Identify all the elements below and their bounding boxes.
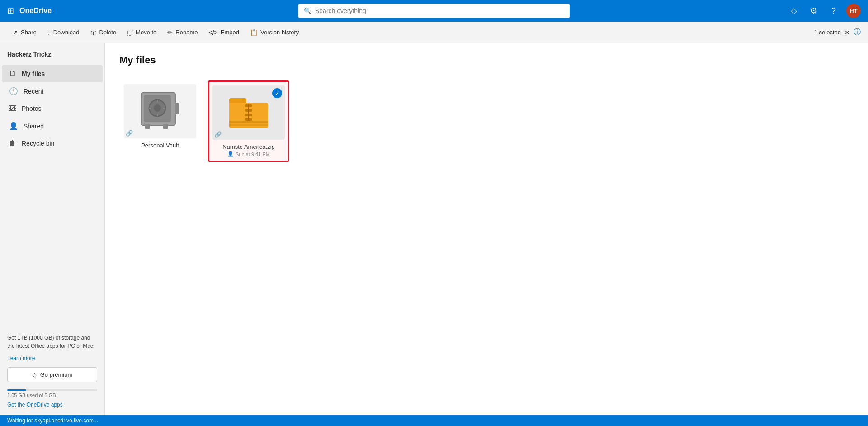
search-bar[interactable]: 🔍	[298, 4, 570, 18]
sidebar-item-shared[interactable]: 👤 Shared	[2, 117, 103, 135]
svg-point-4	[154, 104, 161, 112]
svg-rect-11	[163, 124, 168, 129]
files-grid: 🔗 Personal Vault ✓	[119, 80, 854, 162]
sidebar-item-recent-label: Recent	[24, 88, 43, 95]
photos-icon: 🖼	[9, 104, 16, 113]
get-apps-link[interactable]: Get the OneDrive apps	[7, 402, 97, 408]
sidebar-bottom: Get 1TB (1000 GB) of storage and the lat…	[0, 327, 104, 415]
download-icon: ↓	[47, 29, 51, 36]
search-input[interactable]	[315, 7, 564, 14]
version-history-label: Version history	[260, 29, 299, 36]
zip-folder-icon	[228, 95, 269, 131]
rename-label: Rename	[175, 29, 198, 36]
selected-count: 1 selected	[814, 29, 841, 36]
version-history-icon: 📋	[250, 29, 258, 36]
sidebar-item-recycle-bin[interactable]: 🗑 Recycle bin	[2, 135, 103, 152]
share-icon: ↗	[13, 29, 18, 36]
go-premium-button[interactable]: ◇ Go premium	[7, 367, 97, 382]
svg-rect-14	[229, 121, 268, 123]
sidebar: Hackerz Trickz 🗋 My files 🕐 Recent 🖼 Pho…	[0, 43, 105, 415]
namste-america-name: Namste America.zip	[222, 143, 275, 150]
search-icon: 🔍	[304, 7, 311, 14]
learn-more-link[interactable]: Learn more.	[7, 355, 37, 361]
svg-rect-9	[175, 103, 179, 114]
sidebar-username: Hackerz Trickz	[0, 47, 104, 65]
rename-icon: ✏	[167, 29, 173, 36]
sidebar-item-photos[interactable]: 🖼 Photos	[2, 100, 103, 117]
storage-text: 1.05 GB used of 5 GB	[7, 393, 97, 398]
namste-america-thumbnail: ✓	[212, 85, 285, 140]
sidebar-item-recent[interactable]: 🕐 Recent	[2, 82, 103, 100]
premium-diamond-icon: ◇	[32, 371, 37, 378]
move-to-button[interactable]: ⬚ Move to	[122, 26, 162, 39]
page-title: My files	[119, 54, 854, 66]
move-icon: ⬚	[127, 29, 133, 36]
delete-label: Delete	[99, 29, 117, 36]
namste-link-icon: 🔗	[214, 131, 222, 138]
toolbar: ↗ Share ↓ Download 🗑 Delete ⬚ Move to ✏ …	[0, 22, 868, 43]
storage-bar-bg	[7, 389, 97, 391]
svg-rect-15	[229, 124, 268, 126]
embed-button[interactable]: </> Embed	[203, 26, 245, 39]
topnav: ⊞ OneDrive 🔍 ◇ ⚙ ? HT	[0, 0, 868, 22]
premium-btn-label: Go premium	[40, 371, 73, 378]
shared-icon: 👤	[9, 122, 18, 130]
personal-vault-thumbnail: 🔗	[124, 84, 196, 138]
my-files-icon: 🗋	[9, 70, 16, 78]
delete-icon: 🗑	[90, 29, 97, 36]
sidebar-item-my-files[interactable]: 🗋 My files	[2, 65, 103, 82]
statusbar-text: Waiting for skyapi.onedrive.live.com...	[7, 417, 98, 424]
rename-button[interactable]: ✏ Rename	[162, 26, 203, 39]
share-person-icon: 👤	[227, 151, 234, 157]
diamond-icon[interactable]: ◇	[787, 4, 801, 18]
share-label: Share	[21, 29, 37, 36]
embed-label: Embed	[221, 29, 239, 36]
selected-checkmark: ✓	[272, 88, 282, 98]
embed-icon: </>	[209, 29, 218, 36]
app-logo: OneDrive	[19, 7, 52, 15]
topnav-icons: ◇ ⚙ ? HT	[787, 4, 861, 18]
version-history-button[interactable]: 📋 Version history	[245, 26, 304, 39]
share-button[interactable]: ↗ Share	[7, 26, 42, 39]
selection-info: 1 selected ✕ ⓘ	[814, 28, 861, 37]
recycle-bin-icon: 🗑	[9, 139, 16, 147]
svg-rect-10	[145, 124, 150, 129]
move-to-label: Move to	[136, 29, 156, 36]
sidebar-item-recycle-bin-label: Recycle bin	[22, 140, 54, 147]
sidebar-item-photos-label: Photos	[22, 105, 42, 112]
vault-link-icon: 🔗	[126, 130, 133, 137]
sidebar-item-shared-label: Shared	[24, 123, 44, 130]
namste-america-date: 👤 Sun at 9:41 PM	[227, 151, 270, 157]
vault-icon	[137, 91, 183, 132]
sidebar-promo-text: Get 1TB (1000 GB) of storage and the lat…	[7, 334, 97, 350]
statusbar: Waiting for skyapi.onedrive.live.com...	[0, 415, 868, 426]
help-icon[interactable]: ?	[826, 4, 841, 18]
personal-vault-name: Personal Vault	[141, 142, 179, 149]
content-area: My files	[105, 43, 868, 415]
storage-bar-fill	[7, 389, 26, 391]
delete-button[interactable]: 🗑 Delete	[85, 26, 122, 39]
avatar[interactable]: HT	[846, 4, 861, 18]
deselect-icon[interactable]: ✕	[844, 29, 850, 36]
info-icon[interactable]: ⓘ	[854, 28, 861, 37]
file-item-namste-america[interactable]: ✓	[208, 80, 289, 162]
recent-icon: 🕐	[9, 87, 18, 95]
waffle-icon[interactable]: ⊞	[7, 6, 14, 16]
download-label: Download	[53, 29, 80, 36]
settings-icon[interactable]: ⚙	[807, 4, 821, 18]
file-item-personal-vault[interactable]: 🔗 Personal Vault	[119, 80, 201, 162]
storage-bar-container: 1.05 GB used of 5 GB	[7, 389, 97, 398]
download-button[interactable]: ↓ Download	[42, 26, 85, 39]
main-layout: Hackerz Trickz 🗋 My files 🕐 Recent 🖼 Pho…	[0, 43, 868, 415]
sidebar-item-my-files-label: My files	[22, 70, 45, 77]
svg-rect-20	[248, 104, 249, 121]
